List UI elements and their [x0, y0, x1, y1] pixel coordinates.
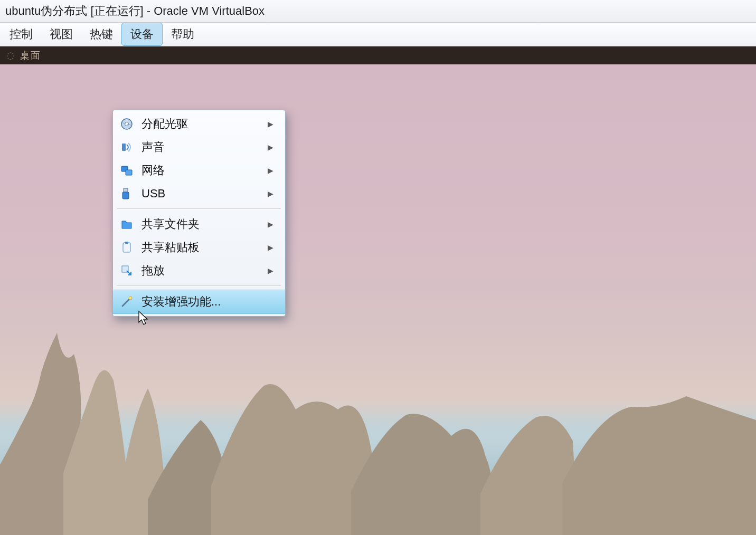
menu-item-network[interactable]: 网络 ▶ — [113, 159, 285, 182]
wand-icon — [119, 294, 134, 309]
usb-icon — [119, 186, 134, 201]
devices-dropdown: 分配光驱 ▶ 声音 ▶ 网络 ▶ USB ▶ — [112, 110, 286, 317]
folder-icon — [119, 217, 134, 232]
svg-line-10 — [122, 299, 130, 306]
svg-rect-4 — [126, 170, 132, 175]
menu-control[interactable]: 控制 — [1, 23, 41, 46]
audio-icon — [119, 140, 134, 155]
ubuntu-icon: ◌ — [6, 50, 16, 61]
menu-item-label: 共享文件夹 — [141, 216, 268, 232]
submenu-arrow-icon: ▶ — [268, 143, 273, 151]
clipboard-icon — [119, 240, 134, 255]
menu-view[interactable]: 视图 — [41, 23, 81, 46]
menu-item-drag-and-drop[interactable]: 拖放 ▶ — [113, 259, 285, 282]
menu-item-label: 共享粘贴板 — [141, 240, 268, 255]
menu-separator — [117, 285, 281, 286]
submenu-arrow-icon: ▶ — [268, 189, 273, 198]
menu-item-shared-clipboard[interactable]: 共享粘贴板 ▶ — [113, 236, 285, 259]
menu-devices[interactable]: 设备 — [121, 23, 163, 46]
disc-icon — [119, 117, 134, 131]
menu-item-label: 声音 — [141, 139, 268, 155]
submenu-arrow-icon: ▶ — [268, 266, 273, 275]
menu-item-audio[interactable]: 声音 ▶ — [113, 136, 285, 159]
svg-rect-5 — [124, 188, 128, 192]
menu-separator — [117, 208, 281, 209]
menu-item-shared-folders[interactable]: 共享文件夹 ▶ — [113, 213, 285, 236]
guest-desktop: 分配光驱 ▶ 声音 ▶ 网络 ▶ USB ▶ — [0, 64, 756, 535]
svg-rect-6 — [122, 192, 129, 199]
svg-rect-7 — [123, 243, 130, 252]
menu-item-label: 分配光驱 — [141, 116, 268, 132]
svg-point-11 — [129, 297, 132, 300]
menu-item-label: 安装增强功能... — [141, 294, 273, 310]
menu-item-usb[interactable]: USB ▶ — [113, 182, 285, 205]
svg-rect-2 — [122, 144, 126, 151]
menu-item-label: 网络 — [141, 163, 268, 178]
guest-topbar: ◌ 桌面 — [0, 46, 756, 64]
menubar: 控制 视图 热键 设备 帮助 — [0, 23, 756, 46]
window-titlebar: ubuntu伪分布式 [正在运行] - Oracle VM VirtualBox — [0, 0, 756, 23]
drag-drop-icon — [119, 263, 134, 278]
menu-item-optical-drives[interactable]: 分配光驱 ▶ — [113, 112, 285, 136]
submenu-arrow-icon: ▶ — [268, 166, 273, 175]
menu-help[interactable]: 帮助 — [163, 23, 203, 46]
submenu-arrow-icon: ▶ — [268, 220, 273, 228]
submenu-arrow-icon: ▶ — [268, 120, 273, 128]
menu-item-label: 拖放 — [141, 263, 268, 279]
menu-item-label: USB — [141, 187, 268, 200]
window-title: ubuntu伪分布式 [正在运行] - Oracle VM VirtualBox — [5, 3, 264, 19]
submenu-arrow-icon: ▶ — [268, 243, 273, 252]
network-icon — [119, 163, 134, 178]
menu-hotkeys[interactable]: 热键 — [81, 23, 121, 46]
svg-point-1 — [125, 122, 129, 126]
guest-topbar-label: 桌面 — [20, 49, 41, 62]
svg-rect-8 — [125, 242, 128, 244]
menu-item-install-guest-additions[interactable]: 安装增强功能... — [113, 290, 285, 314]
wallpaper-rocks — [0, 304, 756, 535]
